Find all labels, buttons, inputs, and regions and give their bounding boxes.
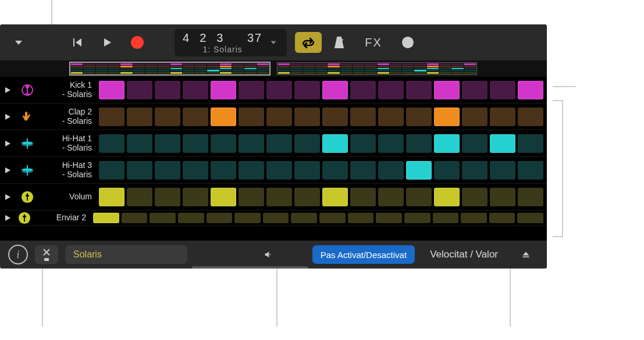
step-cell[interactable] — [518, 161, 543, 180]
track-play-button[interactable] — [0, 194, 15, 201]
step-cell[interactable] — [404, 213, 430, 223]
track-label[interactable]: Kick 1- Solaris — [40, 81, 95, 99]
step-cell[interactable] — [155, 81, 180, 99]
step-cell[interactable] — [239, 108, 264, 126]
step-cell[interactable] — [322, 108, 348, 126]
step-cell[interactable] — [350, 134, 376, 153]
close-kit-button[interactable] — [35, 245, 58, 264]
step-cell[interactable] — [490, 188, 515, 206]
step-cell[interactable] — [490, 134, 515, 153]
step-cell[interactable] — [319, 213, 346, 223]
step-cell[interactable] — [490, 161, 515, 180]
cycle-loop-button[interactable] — [295, 32, 322, 53]
step-cell[interactable] — [322, 188, 348, 206]
step-cell[interactable] — [155, 161, 180, 180]
step-cell[interactable] — [350, 188, 376, 206]
track-play-button[interactable] — [0, 214, 15, 221]
step-cell[interactable] — [322, 134, 348, 153]
step-cell[interactable] — [211, 161, 236, 180]
step-cell[interactable] — [376, 213, 402, 223]
step-cell[interactable] — [433, 213, 459, 223]
velocity-value-mode-button[interactable]: Velocitat / Valor — [422, 245, 506, 264]
step-cell[interactable] — [99, 161, 124, 180]
step-cell[interactable] — [122, 213, 148, 223]
step-cell[interactable] — [155, 188, 180, 206]
step-cell[interactable] — [490, 81, 515, 99]
step-cell[interactable] — [211, 134, 236, 153]
step-cell[interactable] — [291, 213, 317, 223]
step-cell[interactable] — [99, 108, 124, 126]
step-cell[interactable] — [462, 134, 488, 153]
step-cell[interactable] — [239, 188, 264, 206]
horizontal-scrollbar[interactable] — [192, 266, 308, 269]
step-cell[interactable] — [239, 134, 264, 153]
track-label[interactable]: Enviar 2 — [34, 213, 90, 222]
step-cell[interactable] — [155, 108, 180, 126]
track-label[interactable]: Hi-Hat 1- Solaris — [40, 134, 95, 152]
step-cell[interactable] — [406, 188, 432, 206]
send-icon[interactable] — [17, 211, 31, 225]
step-cell[interactable] — [178, 213, 204, 223]
step-cell[interactable] — [462, 161, 488, 180]
step-cell[interactable] — [378, 108, 404, 126]
chevron-down-icon[interactable] — [268, 37, 279, 48]
step-cell[interactable] — [378, 188, 404, 206]
step-cell[interactable] — [93, 213, 119, 223]
step-cell[interactable] — [434, 81, 460, 99]
step-cell[interactable] — [266, 108, 292, 126]
step-cell[interactable] — [266, 188, 292, 206]
track-play-button[interactable] — [0, 87, 15, 94]
step-cell[interactable] — [266, 134, 292, 153]
step-cell[interactable] — [517, 213, 543, 223]
step-cell[interactable] — [378, 134, 404, 153]
step-cell[interactable] — [99, 134, 124, 153]
metronome-button[interactable] — [326, 30, 352, 55]
step-cell[interactable] — [211, 188, 236, 206]
step-cell[interactable] — [322, 161, 348, 180]
step-cell[interactable] — [406, 81, 432, 99]
record-button[interactable] — [124, 30, 150, 55]
step-cell[interactable] — [211, 81, 236, 99]
step-cell[interactable] — [350, 108, 376, 126]
clap-icon[interactable] — [17, 107, 37, 127]
overview-pattern[interactable] — [277, 62, 477, 75]
step-cell[interactable] — [462, 81, 488, 99]
step-cell[interactable] — [211, 108, 236, 126]
track-label[interactable]: Hi-Hat 3- Solaris — [40, 161, 95, 179]
track-play-button[interactable] — [0, 140, 15, 147]
step-cell[interactable] — [378, 81, 404, 99]
go-to-start-button[interactable] — [64, 30, 90, 55]
step-cell[interactable] — [348, 213, 374, 223]
hihat-icon[interactable] — [17, 134, 37, 153]
step-cell[interactable] — [350, 81, 376, 99]
settings-gear-button[interactable] — [395, 30, 421, 55]
step-cell[interactable] — [518, 188, 543, 206]
step-cell[interactable] — [266, 161, 292, 180]
track-play-button[interactable] — [0, 113, 15, 120]
step-cell[interactable] — [294, 81, 320, 99]
step-cell[interactable] — [406, 134, 432, 153]
step-cell[interactable] — [263, 213, 289, 223]
play-button[interactable] — [94, 30, 120, 55]
step-cell[interactable] — [207, 213, 233, 223]
hihat3-icon[interactable] — [17, 160, 37, 180]
step-cell[interactable] — [127, 161, 152, 180]
info-button[interactable]: i — [8, 245, 28, 264]
vol-icon[interactable] — [17, 187, 37, 207]
step-cell[interactable] — [322, 81, 348, 99]
step-cell[interactable] — [99, 81, 124, 99]
step-cell[interactable] — [518, 81, 543, 99]
collapse-button[interactable] — [513, 245, 539, 264]
kit-name-field[interactable]: Solaris — [65, 245, 187, 264]
step-cell[interactable] — [461, 213, 487, 223]
step-cell[interactable] — [434, 161, 460, 180]
step-cell[interactable] — [434, 188, 460, 206]
preview-sound-button[interactable] — [255, 245, 281, 264]
step-cell[interactable] — [239, 161, 264, 180]
step-cell[interactable] — [490, 108, 515, 126]
step-cell[interactable] — [234, 213, 261, 223]
kick-icon[interactable] — [17, 80, 37, 100]
step-cell[interactable] — [155, 134, 180, 153]
step-cell[interactable] — [239, 81, 264, 99]
step-cell[interactable] — [183, 161, 208, 180]
